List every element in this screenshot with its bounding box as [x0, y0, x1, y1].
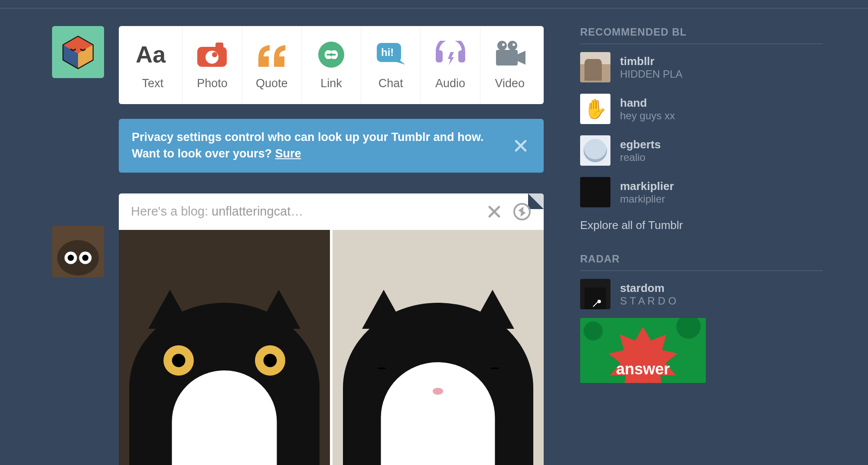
blog-name: timbllr [620, 55, 682, 68]
radar-featured-image[interactable]: answer [580, 318, 706, 383]
recommended-blog-item[interactable]: egberts realio [580, 135, 823, 166]
recommended-blog-item[interactable]: timbllr HIDDEN PLA [580, 52, 823, 82]
post-author-avatar[interactable] [52, 226, 104, 278]
post-image-1 [119, 230, 330, 465]
explore-link[interactable]: Explore all of Tumblr [580, 219, 823, 232]
compose-label: Chat [379, 77, 403, 90]
blog-subtitle: markiplier [620, 193, 674, 205]
avatar [580, 135, 610, 166]
compose-label: Quote [256, 77, 288, 90]
blog-subtitle: HIDDEN PLA [620, 68, 682, 80]
photo-icon [196, 40, 228, 69]
svg-marker-21 [448, 52, 454, 65]
svg-point-8 [68, 255, 74, 261]
compose-label: Photo [197, 77, 228, 90]
compose-label: Text [142, 77, 163, 90]
svg-point-13 [206, 51, 219, 64]
svg-marker-27 [518, 51, 525, 65]
text-icon: Aa [136, 40, 170, 69]
svg-text:hi!: hi! [381, 46, 394, 58]
compose-link[interactable]: Link [302, 26, 361, 104]
blog-name: egberts [620, 138, 661, 151]
audio-icon [433, 40, 468, 69]
post-images[interactable] [119, 230, 544, 465]
post-title: Here's a blog: unflatteringcat… [131, 204, 476, 219]
blog-subtitle: realio [620, 151, 661, 164]
close-icon [513, 138, 528, 153]
avatar [580, 279, 610, 309]
banner-close-button[interactable] [511, 138, 531, 153]
svg-point-14 [212, 52, 217, 57]
compose-label: Video [495, 77, 525, 90]
svg-marker-17 [397, 59, 405, 65]
blog-subtitle: hey guys xx [620, 110, 675, 122]
compose-photo[interactable]: Photo [183, 26, 242, 104]
svg-point-32 [584, 321, 603, 341]
svg-rect-20 [458, 50, 465, 62]
recommended-header: RECOMMENDED BL [580, 26, 823, 44]
radar-item[interactable]: stardom S T A R D O [580, 279, 823, 309]
banner-text: Privacy settings control who can look up… [132, 129, 487, 162]
avatar [580, 177, 610, 207]
fold-corner [528, 193, 544, 209]
compose-label: Link [320, 77, 342, 90]
starburst-icon: answer [580, 318, 706, 383]
svg-point-15 [318, 42, 344, 68]
close-icon [487, 204, 502, 219]
avatar: ✋ [580, 94, 610, 124]
svg-text:Aa: Aa [136, 42, 166, 67]
cat-avatar-icon [52, 226, 104, 278]
privacy-banner: Privacy settings control who can look up… [119, 119, 544, 173]
blog-name: hand [620, 96, 675, 110]
svg-rect-19 [436, 50, 443, 62]
svg-point-9 [82, 255, 88, 261]
compose-audio[interactable]: Audio [421, 26, 480, 104]
svg-point-23 [508, 41, 517, 50]
radar-badge-label: answer [616, 360, 670, 378]
compose-video[interactable]: Video [480, 26, 539, 104]
post-image-2 [333, 230, 544, 465]
avatar [580, 52, 610, 82]
compass-icon [513, 203, 531, 220]
blog-subtitle: S T A R D O [620, 295, 676, 307]
top-divider [0, 0, 868, 9]
compose-chat[interactable]: hi! Chat [361, 26, 421, 104]
blog-name: markiplier [620, 180, 674, 193]
post-blog-name[interactable]: unflatteringcat [212, 204, 290, 218]
compose-bar: Aa Text Photo [119, 26, 544, 104]
blog-name: stardom [620, 282, 676, 295]
svg-point-5 [57, 240, 99, 276]
post-prefix: Here's a blog: [131, 204, 212, 218]
banner-link[interactable]: Sure [275, 147, 301, 160]
svg-rect-28 [584, 288, 606, 309]
svg-point-22 [497, 41, 507, 50]
svg-point-25 [512, 43, 515, 46]
post-suffix: … [290, 204, 303, 218]
video-icon [493, 40, 526, 69]
user-avatar[interactable] [52, 26, 104, 78]
banner-message: Privacy settings control who can look up… [132, 131, 484, 160]
radar-header: RADAR [580, 253, 823, 271]
recommended-blog-item[interactable]: ✋ hand hey guys xx [580, 94, 823, 124]
svg-rect-12 [215, 43, 223, 49]
link-icon [317, 40, 345, 69]
svg-rect-26 [496, 50, 518, 65]
recommended-blog-item[interactable]: markiplier markiplier [580, 177, 823, 207]
recommended-post: Here's a blog: unflatteringcat… [119, 193, 544, 465]
compose-quote[interactable]: Quote [242, 26, 302, 104]
compose-text[interactable]: Aa Text [123, 26, 183, 104]
svg-point-24 [502, 43, 505, 46]
post-dismiss-button[interactable] [485, 202, 504, 221]
compose-label: Audio [435, 77, 465, 90]
chat-icon: hi! [375, 40, 406, 69]
quote-icon [255, 40, 289, 69]
cube-icon [61, 35, 95, 69]
